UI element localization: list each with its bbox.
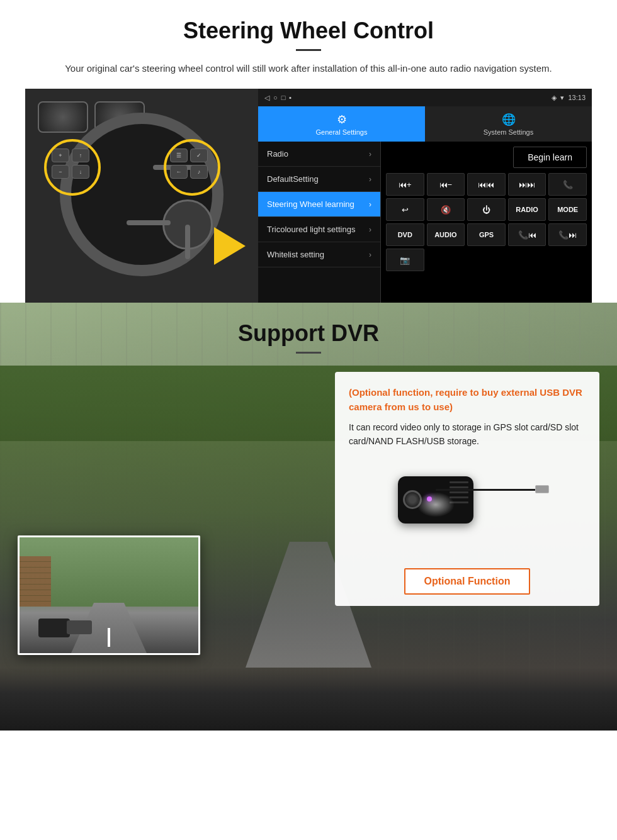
- ui-container: + ↑ − ↓ ☰ ✓ ← ♪ ◁ ○: [25, 89, 592, 303]
- menu-left-panel: Radio › DefaultSetting › Steering Wheel …: [258, 142, 381, 303]
- settings-tabs: ⚙ General Settings 🌐 System Settings: [258, 106, 592, 142]
- dvr-title-area: Support DVR: [0, 303, 617, 362]
- dvr-info-card: (Optional function, require to buy exter…: [335, 372, 599, 606]
- usb-plug: [535, 485, 549, 493]
- control-buttons-grid: ⏮+ ⏮− ⏮⏮ ⏭⏭ 📞 ↩ 🔇 ⏻ RADIO MODE DVD AUDIO: [386, 173, 587, 271]
- menu-item-steering[interactable]: Steering Wheel learning ›: [258, 192, 380, 217]
- direction-arrow: [214, 227, 246, 265]
- tab-system-settings[interactable]: 🌐 System Settings: [425, 106, 592, 142]
- section-subtitle: Your original car's steering wheel contr…: [25, 61, 592, 76]
- highlight-right: [164, 139, 220, 196]
- status-bar: ◁ ○ □ ▪ ◈ ▾ 13:13: [258, 89, 592, 106]
- ctrl-phone-next[interactable]: 📞⏭: [548, 223, 587, 246]
- menu-radio-label: Radio: [267, 149, 288, 159]
- gps-icon: ◈: [552, 94, 557, 102]
- chevron-icon: ›: [369, 175, 371, 184]
- gear-icon: ⚙: [337, 113, 347, 126]
- dashcam-screen-inset: [18, 535, 200, 655]
- speedometer-dial: [38, 101, 88, 133]
- ctrl-radio[interactable]: RADIO: [508, 198, 546, 221]
- android-screen: ◁ ○ □ ▪ ◈ ▾ 13:13 ⚙ General Settings: [258, 89, 592, 303]
- ctrl-phone[interactable]: 📞: [548, 173, 587, 196]
- tab-general-settings[interactable]: ⚙ General Settings: [258, 106, 425, 142]
- recent-icon: □: [281, 94, 286, 101]
- title-divider: [296, 49, 321, 51]
- menu-tricolour-label: Tricoloured light settings: [267, 225, 355, 234]
- menu-whitelist-label: Whitelist setting: [267, 250, 324, 259]
- ctrl-vol-up[interactable]: ⏮+: [386, 173, 424, 196]
- menu-item-default[interactable]: DefaultSetting ›: [258, 167, 380, 192]
- menu-icon: ▪: [289, 94, 292, 101]
- ctrl-vol-down[interactable]: ⏮−: [427, 173, 465, 196]
- menu-area: Radio › DefaultSetting › Steering Wheel …: [258, 142, 592, 303]
- chevron-icon: ›: [369, 225, 371, 234]
- chevron-icon: ›: [369, 250, 371, 259]
- dvr-optional-text: (Optional function, require to buy exter…: [349, 386, 586, 414]
- menu-item-radio[interactable]: Radio ›: [258, 142, 380, 167]
- globe-icon: 🌐: [502, 113, 516, 126]
- menu-default-label: DefaultSetting: [267, 174, 319, 184]
- menu-right-panel: Begin learn ⏮+ ⏮− ⏮⏮ ⏭⏭ 📞 ↩ 🔇 ⏻: [381, 142, 592, 303]
- ctrl-camera[interactable]: 📷: [386, 249, 424, 271]
- road-center-line: [108, 628, 110, 647]
- home-icon: ○: [273, 94, 278, 101]
- dvr-description: It can record video only to storage in G…: [349, 420, 586, 449]
- car-silhouette-2: [67, 620, 92, 634]
- spoke-bottom: [185, 225, 190, 259]
- ctrl-mode[interactable]: MODE: [548, 198, 587, 221]
- ctrl-phone-prev[interactable]: 📞⏮: [508, 223, 546, 246]
- ctrl-gps[interactable]: GPS: [467, 223, 506, 246]
- ctrl-mute[interactable]: 🔇: [427, 198, 465, 221]
- dvr-title: Support DVR: [0, 320, 617, 347]
- dashboard-area: [0, 668, 617, 731]
- car-silhouette-1: [38, 619, 70, 637]
- ctrl-audio[interactable]: AUDIO: [427, 223, 465, 246]
- ctrl-next-track[interactable]: ⏭⏭: [508, 173, 546, 196]
- ctrl-power[interactable]: ⏻: [467, 198, 506, 221]
- section-steering-wheel: Steering Wheel Control Your original car…: [0, 0, 617, 303]
- optional-function-button[interactable]: Optional Function: [404, 568, 531, 595]
- menu-steering-label: Steering Wheel learning: [267, 199, 354, 209]
- ctrl-prev-track[interactable]: ⏮⏮: [467, 173, 506, 196]
- menu-item-whitelist[interactable]: Whitelist setting ›: [258, 242, 380, 267]
- ctrl-hangup[interactable]: ↩: [386, 198, 424, 221]
- begin-learn-row: Begin learn: [386, 147, 587, 168]
- tab-system-label: System Settings: [484, 128, 533, 136]
- chevron-icon: ›: [369, 200, 371, 209]
- back-icon: ◁: [264, 94, 269, 102]
- menu-item-tricolour[interactable]: Tricoloured light settings ›: [258, 217, 380, 242]
- dvr-divider: [296, 352, 321, 354]
- camera-glow: [417, 492, 455, 517]
- spoke-left: [127, 220, 171, 225]
- steering-wheel-image: + ↑ − ↓ ☰ ✓ ← ♪: [25, 89, 258, 303]
- dvr-background: Support DVR (Optional function, require …: [0, 303, 617, 731]
- usb-cable: [436, 489, 549, 491]
- wifi-icon: ▾: [560, 94, 564, 102]
- system-icons: ◈ ▾ 13:13: [552, 94, 586, 102]
- chevron-icon: ›: [369, 150, 371, 159]
- page-title: Steering Wheel Control: [25, 18, 592, 44]
- section-dvr: Support DVR (Optional function, require …: [0, 303, 617, 731]
- highlight-left: [44, 139, 101, 196]
- tab-general-label: General Settings: [316, 128, 368, 136]
- begin-learn-button[interactable]: Begin learn: [513, 147, 587, 168]
- ctrl-dvd[interactable]: DVD: [386, 223, 424, 246]
- dvr-camera-illustration: [385, 457, 549, 558]
- nav-icons: ◁ ○ □ ▪: [264, 94, 292, 102]
- clock: 13:13: [568, 94, 586, 101]
